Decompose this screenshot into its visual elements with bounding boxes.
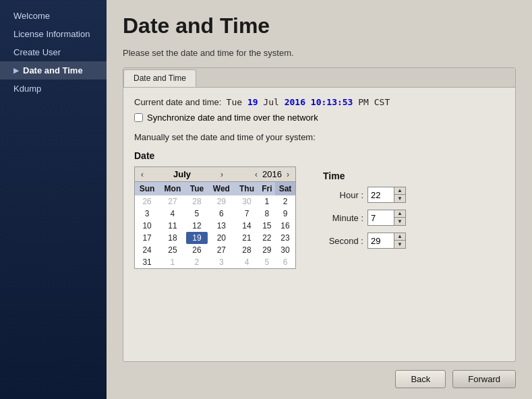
cal-header-wed: Wed xyxy=(208,182,235,195)
table-row[interactable]: 4 xyxy=(159,208,185,220)
table-row[interactable]: 1 xyxy=(259,195,276,208)
sidebar-item-label: License Information xyxy=(13,29,90,39)
minute-spinners: ▲ ▼ xyxy=(394,210,405,225)
table-row[interactable]: 12 xyxy=(186,220,208,232)
minute-up-button[interactable]: ▲ xyxy=(394,210,405,218)
table-row[interactable]: 14 xyxy=(235,220,258,232)
sidebar-item-label: Date and Time xyxy=(23,65,83,75)
table-row[interactable]: 8 xyxy=(259,208,276,220)
table-row: 2 xyxy=(186,256,208,268)
table-row[interactable]: 26 xyxy=(186,244,208,256)
sync-checkbox[interactable] xyxy=(134,113,143,122)
sidebar-item-label: Welcome xyxy=(13,11,50,21)
calendar-header: SunMonTueWedThuFriSat xyxy=(135,182,295,195)
table-row[interactable]: 21 xyxy=(235,232,258,244)
second-input[interactable] xyxy=(368,235,394,247)
table-row[interactable]: 2 xyxy=(275,195,295,208)
forward-button[interactable]: Forward xyxy=(452,370,516,388)
hour-input-wrap: ▲ ▼ xyxy=(367,187,406,203)
date-section-label: Date xyxy=(134,150,296,161)
table-row[interactable]: 29 xyxy=(259,244,276,256)
table-row[interactable]: 10 xyxy=(135,220,159,232)
sidebar-arrow-icon: ▶ xyxy=(13,67,19,74)
table-row: 27 xyxy=(159,195,185,208)
second-label: Second : xyxy=(323,236,363,246)
table-row: 1 xyxy=(159,256,185,268)
sidebar-item-license-information[interactable]: License Information xyxy=(0,25,107,43)
next-year-button[interactable]: › xyxy=(285,170,291,179)
second-up-button[interactable]: ▲ xyxy=(394,233,405,241)
cal-header-thu: Thu xyxy=(235,182,258,195)
minute-row: Minute : ▲ ▼ xyxy=(323,210,406,226)
second-input-wrap: ▲ ▼ xyxy=(367,233,406,249)
table-row[interactable]: 24 xyxy=(135,244,159,256)
hour-up-button[interactable]: ▲ xyxy=(394,187,405,195)
table-row[interactable]: 13 xyxy=(208,220,235,232)
sidebar-item-welcome[interactable]: Welcome xyxy=(0,7,107,25)
prev-year-button[interactable]: ‹ xyxy=(253,170,260,179)
manual-label: Manually set the date and time of your s… xyxy=(134,132,504,142)
time-section-label: Time xyxy=(323,171,406,181)
calendar-year: 2016 xyxy=(262,169,282,179)
bottom-bar: Back Forward xyxy=(123,370,516,388)
calendar-month: July xyxy=(173,169,191,179)
main-content: Date and Time Please set the date and ti… xyxy=(107,0,532,399)
cal-header-tue: Tue xyxy=(186,182,208,195)
sidebar-item-date-and-time[interactable]: ▶Date and Time xyxy=(0,61,107,80)
page-title: Date and Time xyxy=(123,13,516,38)
table-row[interactable]: 27 xyxy=(208,244,235,256)
sync-label: Synchronize date and time over the netwo… xyxy=(147,113,318,123)
table-row[interactable]: 11 xyxy=(159,220,185,232)
table-row[interactable]: 30 xyxy=(275,244,295,256)
table-row[interactable]: 25 xyxy=(159,244,185,256)
datetime-value: Tue 19 Jul 2016 10:13:53 PM CST xyxy=(227,97,390,107)
cal-header-sun: Sun xyxy=(135,182,159,195)
second-down-button[interactable]: ▼ xyxy=(394,241,405,248)
table-row[interactable]: 7 xyxy=(235,208,258,220)
minute-down-button[interactable]: ▼ xyxy=(394,218,405,225)
table-row[interactable]: 9 xyxy=(275,208,295,220)
table-row[interactable]: 28 xyxy=(235,244,258,256)
table-row: 4 xyxy=(235,256,258,268)
next-month-button[interactable]: › xyxy=(218,170,225,179)
sync-row: Synchronize date and time over the netwo… xyxy=(134,113,504,123)
calendar-section: Date ‹ July › ‹ 2016 › xyxy=(134,150,296,269)
tab-container: Date and Time Current date and time: Tue… xyxy=(123,67,516,362)
prev-month-button[interactable]: ‹ xyxy=(139,170,146,179)
sidebar-item-kdump[interactable]: Kdump xyxy=(0,80,107,98)
minute-input[interactable] xyxy=(368,212,394,224)
table-row: 26 xyxy=(135,195,159,208)
second-row: Second : ▲ ▼ xyxy=(323,233,406,249)
back-button[interactable]: Back xyxy=(395,370,446,388)
table-row[interactable]: 3 xyxy=(135,208,159,220)
table-row: 30 xyxy=(235,195,258,208)
table-row[interactable]: 18 xyxy=(159,232,185,244)
table-row[interactable]: 5 xyxy=(186,208,208,220)
table-row[interactable]: 19 xyxy=(186,232,208,244)
time-section: Time Hour : ▲ ▼ Minute : xyxy=(323,150,406,255)
page-subtitle: Please set the date and time for the sys… xyxy=(123,48,516,58)
table-row[interactable]: 16 xyxy=(275,220,295,232)
table-row[interactable]: 6 xyxy=(208,208,235,220)
table-row[interactable]: 17 xyxy=(135,232,159,244)
hour-down-button[interactable]: ▼ xyxy=(394,195,405,202)
cal-header-mon: Mon xyxy=(159,182,185,195)
cal-header-fri: Fri xyxy=(259,182,276,195)
table-row[interactable]: 20 xyxy=(208,232,235,244)
table-row: 6 xyxy=(275,256,295,268)
table-row[interactable]: 23 xyxy=(275,232,295,244)
table-row[interactable]: 22 xyxy=(259,232,276,244)
table-row: 29 xyxy=(208,195,235,208)
sidebar-item-create-user[interactable]: Create User xyxy=(0,43,107,61)
minute-label: Minute : xyxy=(323,213,363,223)
minute-input-wrap: ▲ ▼ xyxy=(367,210,406,226)
hour-spinners: ▲ ▼ xyxy=(394,187,405,202)
hour-row: Hour : ▲ ▼ xyxy=(323,187,406,203)
hour-input[interactable] xyxy=(368,189,394,202)
calendar: ‹ July › ‹ 2016 › SunM xyxy=(134,166,296,269)
table-row: 3 xyxy=(208,256,235,268)
tab-date-and-time-tab[interactable]: Date and Time xyxy=(123,69,196,87)
sidebar-item-label: Kdump xyxy=(13,84,41,94)
table-row[interactable]: 31 xyxy=(135,256,159,268)
table-row[interactable]: 15 xyxy=(259,220,276,232)
